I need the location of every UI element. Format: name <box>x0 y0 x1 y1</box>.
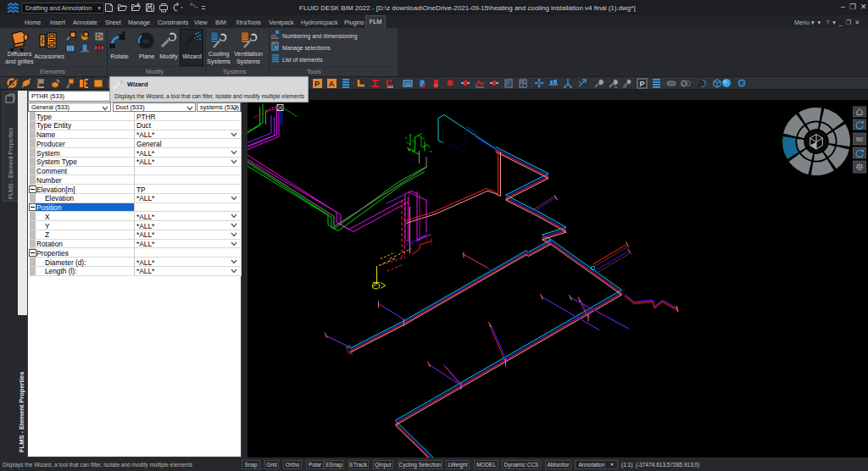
svg-text:90: 90 <box>143 39 149 44</box>
svg-text:W: W <box>405 81 411 87</box>
svg-text:A: A <box>329 80 335 88</box>
svg-text:P: P <box>314 80 320 88</box>
svg-text:P: P <box>639 80 644 88</box>
svg-text:90: 90 <box>856 136 863 143</box>
